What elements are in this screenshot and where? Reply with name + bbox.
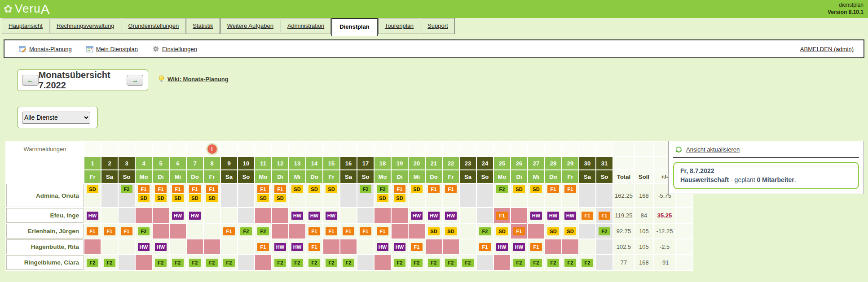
shift-badge-hw[interactable]: HW xyxy=(547,212,559,220)
roster-cell[interactable] xyxy=(136,255,152,270)
shift-badge-hw[interactable]: HW xyxy=(189,212,201,220)
roster-cell[interactable]: F1 xyxy=(579,208,595,223)
tab-weitere-aufgaben[interactable]: Weitere Aufgaben xyxy=(220,18,280,34)
roster-cell[interactable]: F1SD xyxy=(255,184,271,207)
roster-cell[interactable]: F2 xyxy=(494,184,510,207)
roster-cell[interactable] xyxy=(443,239,459,254)
shift-badge-f2[interactable]: F2 xyxy=(257,227,269,235)
roster-cell[interactable]: SD xyxy=(409,184,425,207)
shift-badge-f1[interactable]: F1 xyxy=(308,227,320,235)
shift-badge-f1[interactable]: F1 xyxy=(496,212,508,220)
tab-statistik[interactable]: Statistik xyxy=(186,18,220,34)
shift-badge-f2[interactable]: F2 xyxy=(172,259,184,267)
roster-cell[interactable] xyxy=(357,239,374,254)
shift-badge-f2[interactable]: F2 xyxy=(206,259,218,267)
roster-cell[interactable] xyxy=(460,239,476,254)
roster-cell[interactable]: F2 xyxy=(579,255,595,270)
roster-cell[interactable]: F2 xyxy=(221,255,237,270)
shift-badge-f1[interactable]: F1 xyxy=(411,243,423,251)
roster-cell[interactable] xyxy=(477,208,493,223)
tab-tourenplan[interactable]: Tourenplan xyxy=(378,18,420,34)
roster-cell[interactable] xyxy=(221,184,237,207)
roster-cell[interactable]: F1 xyxy=(477,239,493,254)
tab-hauptansicht[interactable]: Hauptansicht xyxy=(2,18,49,34)
roster-cell[interactable] xyxy=(392,208,408,223)
roster-cell[interactable] xyxy=(272,208,288,223)
roster-cell[interactable]: HW xyxy=(511,239,527,254)
roster-cell[interactable] xyxy=(545,239,561,254)
shift-badge-hw[interactable]: HW xyxy=(394,243,405,251)
shift-badge-sd[interactable]: SD xyxy=(87,185,98,193)
roster-cell[interactable]: F2 xyxy=(101,255,118,270)
shift-badge-f1[interactable]: F1 xyxy=(530,243,542,251)
roster-cell[interactable]: HW xyxy=(187,208,203,223)
shift-badge-hw[interactable]: HW xyxy=(445,212,457,220)
roster-cell[interactable]: F1 xyxy=(443,184,459,207)
shift-badge-sd[interactable]: SD xyxy=(155,194,167,202)
tab-support[interactable]: Support xyxy=(421,18,455,34)
roster-cell[interactable]: F1SD xyxy=(204,184,220,207)
roster-cell[interactable] xyxy=(579,239,595,254)
shift-badge-f1[interactable]: F1 xyxy=(564,185,576,193)
shift-badge-f2[interactable]: F2 xyxy=(428,259,440,267)
toolbar-item-einstellungen[interactable]: Einstellungen xyxy=(152,45,197,52)
shift-badge-sd[interactable]: SD xyxy=(206,194,218,202)
roster-cell[interactable] xyxy=(204,208,220,223)
shift-badge-hw[interactable]: HW xyxy=(411,212,423,220)
roster-cell[interactable] xyxy=(357,208,374,223)
shift-badge-sd[interactable]: SD xyxy=(172,194,184,202)
roster-cell[interactable]: F2 xyxy=(392,255,408,270)
roster-cell[interactable] xyxy=(119,255,135,270)
shift-badge-f1[interactable]: F1 xyxy=(206,185,218,193)
roster-cell[interactable] xyxy=(528,224,544,239)
roster-cell[interactable]: F2 xyxy=(511,255,527,270)
roster-cell[interactable] xyxy=(153,224,169,239)
roster-cell[interactable] xyxy=(375,208,391,223)
shift-badge-sd[interactable]: SD xyxy=(308,185,320,193)
roster-cell[interactable] xyxy=(289,224,305,239)
shift-badge-f1[interactable]: F1 xyxy=(121,227,132,235)
shift-badge-f2[interactable]: F2 xyxy=(155,259,167,267)
roster-cell[interactable] xyxy=(460,184,476,207)
roster-cell[interactable] xyxy=(579,224,595,239)
shift-badge-f1[interactable]: F1 xyxy=(360,227,371,235)
shift-badge-hw[interactable]: HW xyxy=(291,212,303,220)
roster-cell[interactable] xyxy=(204,239,220,254)
roster-cell[interactable]: F1SD xyxy=(187,184,203,207)
roster-cell[interactable] xyxy=(101,239,118,254)
roster-cell[interactable]: F2 xyxy=(545,255,561,270)
roster-cell[interactable]: F1 xyxy=(409,239,425,254)
shift-badge-hw[interactable]: HW xyxy=(87,212,98,220)
shift-badge-hw[interactable]: HW xyxy=(326,212,337,220)
next-month-button[interactable]: → xyxy=(127,75,143,86)
roster-cell[interactable] xyxy=(579,184,595,207)
roster-cell[interactable] xyxy=(323,239,339,254)
tab-link[interactable]: Tourenplan xyxy=(385,22,414,29)
shift-badge-f1[interactable]: F1 xyxy=(257,185,269,193)
roster-cell[interactable] xyxy=(477,184,493,207)
roster-cell[interactable]: F2 xyxy=(84,255,101,270)
roster-cell[interactable] xyxy=(238,184,254,207)
shift-badge-f2[interactable]: F2 xyxy=(496,185,508,193)
roster-cell[interactable]: F1 xyxy=(426,184,442,207)
roster-cell[interactable] xyxy=(153,208,169,223)
roster-cell[interactable]: SD xyxy=(528,184,544,207)
shift-badge-f2[interactable]: F2 xyxy=(599,227,610,235)
shift-badge-sd[interactable]: SD xyxy=(513,185,525,193)
shift-badge-f1[interactable]: F1 xyxy=(479,243,491,251)
roster-cell[interactable]: F2 xyxy=(153,255,169,270)
shift-badge-hw[interactable]: HW xyxy=(530,212,542,220)
shift-badge-sd[interactable]: SD xyxy=(428,227,440,235)
roster-cell[interactable]: F1 xyxy=(221,224,237,239)
roster-cell[interactable] xyxy=(238,208,254,223)
tab-dienstplan[interactable]: Dienstplan xyxy=(331,18,377,36)
roster-cell[interactable]: HW xyxy=(528,208,544,223)
shift-badge-hw[interactable]: HW xyxy=(274,243,286,251)
shift-badge-sd[interactable]: SD xyxy=(274,194,286,202)
shift-badge-f2[interactable]: F2 xyxy=(377,185,388,193)
refresh-link[interactable]: Ansicht aktualisieren xyxy=(686,146,740,153)
shift-badge-sd[interactable]: SD xyxy=(189,194,201,202)
roster-cell[interactable]: HW xyxy=(443,208,459,223)
roster-cell[interactable]: HW xyxy=(545,208,561,223)
roster-cell[interactable]: SD xyxy=(562,224,578,239)
